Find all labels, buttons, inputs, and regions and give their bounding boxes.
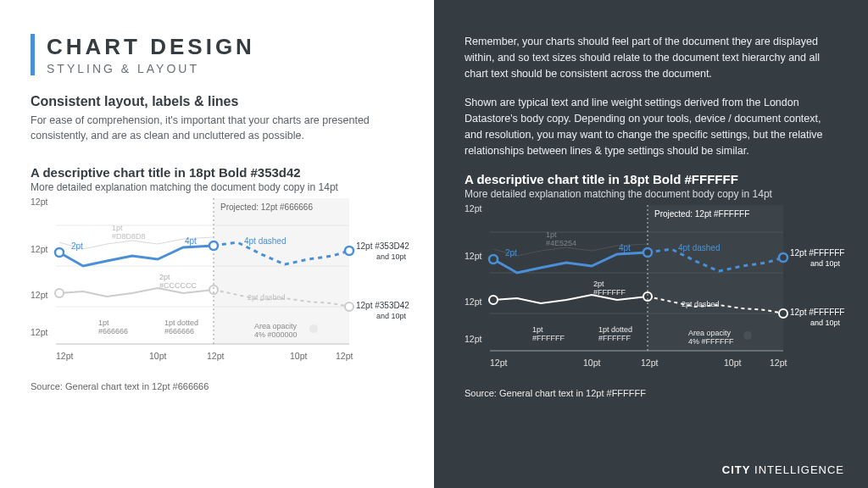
brand-b: INTELLIGENCE bbox=[750, 463, 844, 476]
anno-4pt-dash: 4pt dashed bbox=[244, 236, 287, 246]
anno-4pt-dash: 4pt dashed bbox=[678, 243, 721, 252]
svg-point-14 bbox=[489, 296, 498, 304]
svg-point-6 bbox=[345, 302, 353, 311]
xtick: 12pt bbox=[56, 351, 74, 361]
anno-2pt: 2pt bbox=[71, 241, 83, 251]
anno-dot-1pt: 1pt dotted#666666 bbox=[164, 319, 198, 336]
anno-grey-2pt-dash: 2pt dashed bbox=[248, 293, 286, 302]
xtick: 12pt bbox=[490, 358, 508, 368]
anno-grey-2pt-dash: 2pt dashed bbox=[682, 300, 720, 308]
chart-subtitle: More detailed explanation matching the d… bbox=[31, 181, 403, 193]
panel-light: CHART DESIGN STYLING & LAYOUT Consistent… bbox=[0, 0, 434, 488]
chart-source: Source: General chart text in 12pt #FFFF… bbox=[465, 388, 837, 398]
series-main-sub: and 10pt bbox=[376, 252, 407, 261]
title-text: CHART DESIGN STYLING & LAYOUT bbox=[47, 34, 255, 75]
chart-subtitle: More detailed explanation matching the d… bbox=[465, 188, 837, 200]
xtick: 10pt bbox=[290, 351, 308, 361]
ytick: 12pt bbox=[465, 203, 482, 214]
example-chart-dark: 12pt 12pt 12pt 12pt Projected: 12pt #FFF… bbox=[465, 200, 844, 380]
anno-area-opacity: Area opacity4% #000000 bbox=[254, 322, 298, 339]
anno-grey-1pt: 1pt#D8D8D8 bbox=[112, 224, 146, 241]
series-sec-sub: and 10pt bbox=[810, 319, 841, 327]
svg-point-7 bbox=[55, 248, 64, 257]
xtick: 10pt bbox=[149, 351, 167, 361]
opacity-swatch bbox=[743, 331, 752, 340]
section-body: For ease of comprehension, it's importan… bbox=[31, 113, 403, 143]
series-sec-label: 12pt #353D42 bbox=[356, 301, 409, 310]
ytick: 12pt bbox=[31, 327, 48, 337]
anno-grey-2pt: 2pt#FFFFFF bbox=[593, 280, 626, 297]
projected-label: Projected: 12pt #666666 bbox=[220, 202, 313, 212]
xtick: 12pt bbox=[336, 351, 353, 361]
svg-point-4 bbox=[55, 289, 64, 297]
series-main-sub: and 10pt bbox=[810, 259, 841, 268]
ytick: 12pt bbox=[465, 297, 482, 307]
page-title: CHART DESIGN bbox=[47, 34, 255, 60]
ytick: 12pt bbox=[465, 334, 482, 344]
svg-point-16 bbox=[779, 309, 787, 318]
anno-grey-2pt: 2pt#CCCCCC bbox=[159, 273, 198, 290]
example-chart-light: 12pt 12pt 12pt 12pt Projected: 12pt #666… bbox=[31, 193, 410, 373]
xtick: 12pt bbox=[207, 351, 225, 361]
intro-para-2: Shown are typical text and line weight s… bbox=[465, 95, 837, 158]
intro-para-1: Remember, your charts should feel part o… bbox=[465, 34, 837, 81]
page-title-block: CHART DESIGN STYLING & LAYOUT bbox=[31, 34, 403, 75]
panel-dark: Remember, your charts should feel part o… bbox=[434, 0, 868, 488]
section-heading: Consistent layout, labels & lines bbox=[31, 94, 403, 109]
svg-point-9 bbox=[345, 247, 353, 255]
ytick: 12pt bbox=[31, 290, 48, 300]
page-subtitle: STYLING & LAYOUT bbox=[47, 62, 255, 75]
series-main-label: 12pt #FFFFFF bbox=[790, 248, 844, 258]
svg-point-18 bbox=[643, 248, 652, 257]
anno-dot-1pt: 1pt dotted#FFFFFF bbox=[598, 325, 632, 342]
anno-grey-1pt: 1pt#4E5254 bbox=[546, 230, 576, 247]
xtick: 12pt bbox=[770, 358, 787, 368]
chart-block-light: A descriptive chart title in 18pt Bold #… bbox=[31, 165, 403, 391]
ytick: 12pt bbox=[31, 197, 48, 207]
chart-block-dark: A descriptive chart title in 18pt Bold #… bbox=[465, 172, 837, 398]
chart-title: A descriptive chart title in 18pt Bold #… bbox=[31, 165, 403, 180]
section-intro: Consistent layout, labels & lines For ea… bbox=[31, 94, 403, 143]
anno-4pt: 4pt bbox=[185, 236, 197, 246]
chart-title: A descriptive chart title in 18pt Bold #… bbox=[465, 172, 837, 186]
chart-source: Source: General chart text in 12pt #6666… bbox=[31, 381, 403, 391]
xtick: 10pt bbox=[583, 358, 601, 368]
accent-bar bbox=[31, 34, 35, 75]
series-sec-sub: and 10pt bbox=[376, 312, 407, 320]
anno-axis-1pt: 1pt#FFFFFF bbox=[532, 325, 565, 342]
ytick: 12pt bbox=[31, 244, 48, 254]
anno-4pt: 4pt bbox=[619, 243, 631, 252]
anno-2pt: 2pt bbox=[505, 248, 517, 258]
anno-axis-1pt: 1pt#666666 bbox=[98, 319, 128, 336]
series-sec-label: 12pt #FFFFFF bbox=[790, 308, 844, 317]
svg-point-17 bbox=[489, 255, 498, 263]
svg-point-19 bbox=[779, 253, 787, 262]
series-main-label: 12pt #353D42 bbox=[356, 241, 409, 251]
brand-a: CITY bbox=[722, 463, 751, 476]
footer-brand: CITY INTELLIGENCE bbox=[722, 463, 844, 476]
anno-area-opacity: Area opacity4% #FFFFFF bbox=[688, 329, 734, 346]
opacity-swatch bbox=[309, 324, 318, 333]
svg-point-8 bbox=[209, 241, 218, 250]
projected-label: Projected: 12pt #FFFFFF bbox=[654, 209, 749, 219]
ytick: 12pt bbox=[465, 251, 482, 261]
xtick: 12pt bbox=[641, 358, 659, 368]
xtick: 10pt bbox=[724, 358, 742, 368]
